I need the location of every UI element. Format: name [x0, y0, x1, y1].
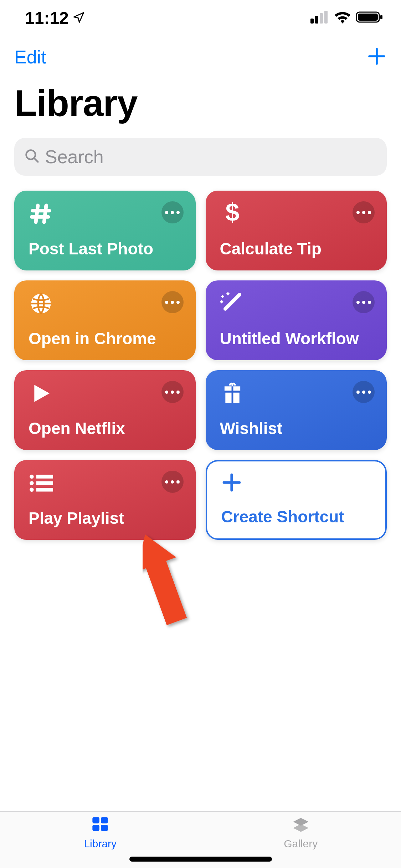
more-button[interactable]: [353, 291, 375, 313]
svg-rect-5: [358, 14, 378, 21]
svg-rect-21: [93, 817, 100, 823]
svg-rect-23: [93, 825, 100, 831]
shortcut-label: Open in Chrome: [29, 329, 184, 348]
shortcut-card[interactable]: $Calculate Tip: [206, 191, 387, 270]
svg-point-19: [30, 488, 34, 492]
more-button[interactable]: [161, 201, 184, 223]
svg-line-8: [34, 158, 38, 162]
more-button[interactable]: [353, 201, 375, 223]
svg-rect-20: [36, 488, 53, 491]
play-icon: [29, 381, 53, 406]
status-time: 11:12: [25, 8, 69, 28]
more-button[interactable]: [161, 471, 184, 493]
more-button[interactable]: [161, 381, 184, 403]
edit-button[interactable]: Edit: [14, 46, 46, 68]
shortcut-card[interactable]: Open Netflix: [14, 370, 196, 450]
library-grid-icon: [91, 816, 109, 836]
svg-rect-14: [224, 391, 240, 393]
shortcut-label: Play Playlist: [29, 508, 184, 528]
shortcut-label: Post Last Photo: [29, 239, 184, 258]
shortcut-card[interactable]: Open in Chrome: [14, 280, 196, 360]
status-left: 11:12: [25, 8, 85, 28]
list-icon: [29, 471, 53, 496]
page-title: Library: [0, 71, 401, 131]
search-container: [0, 131, 401, 176]
svg-rect-13: [231, 386, 233, 403]
gift-icon: [220, 381, 245, 406]
shortcut-card[interactable]: Play Playlist: [14, 460, 196, 540]
plus-icon: [221, 472, 242, 494]
search-input[interactable]: [45, 146, 377, 167]
svg-rect-6: [380, 15, 382, 19]
svg-rect-24: [101, 825, 108, 831]
gallery-layers-icon: [292, 816, 310, 836]
svg-rect-18: [36, 481, 53, 485]
hash-icon: [29, 201, 53, 226]
add-shortcut-button[interactable]: [367, 46, 387, 68]
svg-text:$: $: [225, 201, 239, 226]
shortcuts-grid: Post Last Photo$Calculate TipOpen in Chr…: [0, 176, 401, 555]
create-shortcut-label: Create Shortcut: [221, 507, 374, 526]
wand-icon: [220, 291, 245, 316]
dollar-icon: $: [220, 201, 245, 226]
wifi-icon: [334, 11, 351, 25]
more-button[interactable]: [353, 381, 375, 403]
svg-point-15: [30, 475, 34, 479]
svg-rect-1: [315, 16, 318, 24]
svg-rect-3: [324, 11, 328, 24]
shortcut-card[interactable]: Post Last Photo: [14, 191, 196, 270]
battery-icon: [356, 11, 383, 25]
status-bar: 11:12: [0, 0, 401, 36]
search-icon: [24, 148, 40, 165]
shortcut-card[interactable]: Wishlist: [206, 370, 387, 450]
tab-gallery-label: Gallery: [284, 838, 318, 850]
home-indicator[interactable]: [129, 857, 272, 862]
tab-library[interactable]: Library: [0, 812, 201, 854]
shortcut-label: Open Netflix: [29, 419, 184, 438]
svg-rect-22: [101, 817, 108, 823]
svg-rect-0: [310, 19, 314, 24]
shortcut-card[interactable]: Untitled Workflow: [206, 280, 387, 360]
shortcut-label: Untitled Workflow: [220, 329, 375, 348]
status-right: [310, 11, 383, 25]
cellular-signal-icon: [310, 11, 329, 25]
create-shortcut-card[interactable]: Create Shortcut: [206, 460, 387, 540]
more-button[interactable]: [161, 291, 184, 313]
tab-gallery[interactable]: Gallery: [201, 812, 401, 854]
search-field[interactable]: [14, 138, 387, 176]
shortcut-label: Calculate Tip: [220, 239, 375, 258]
svg-point-17: [30, 481, 34, 485]
nav-bar: Edit: [0, 36, 401, 71]
svg-rect-16: [36, 475, 53, 478]
shortcut-label: Wishlist: [220, 419, 375, 438]
svg-rect-2: [320, 13, 323, 24]
globe-icon: [29, 291, 53, 316]
location-arrow-icon: [72, 8, 85, 28]
tab-library-label: Library: [84, 838, 117, 850]
